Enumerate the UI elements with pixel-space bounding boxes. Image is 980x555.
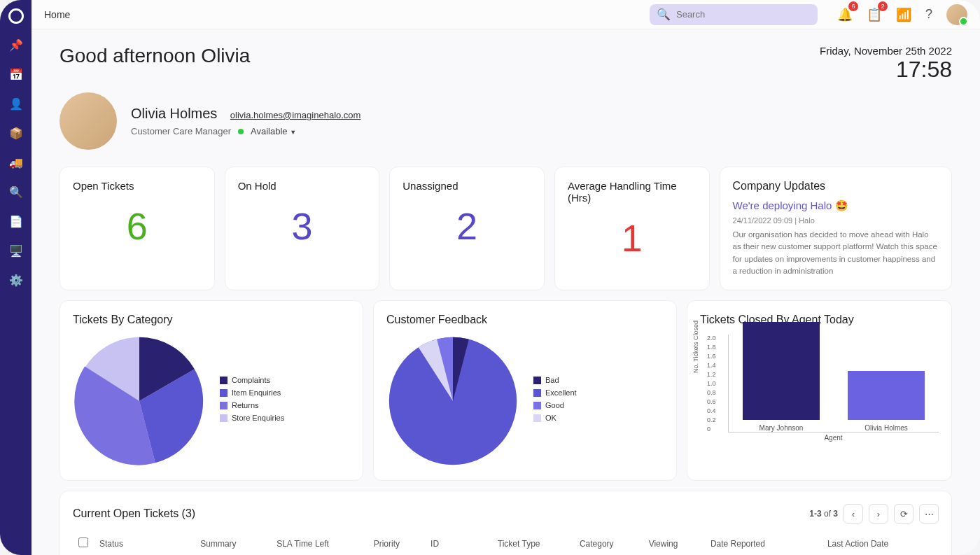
stat-open-tickets[interactable]: Open Tickets 6 [59, 167, 215, 290]
help-icon[interactable]: ? [925, 7, 932, 22]
main-area: Home 🔍 🔔6 📋2 📶 ? Good afternoon Olivia F… [31, 0, 980, 555]
profile-email[interactable]: olivia.holmes@imaginehalo.com [230, 110, 361, 120]
search-icon: 🔍 [657, 8, 671, 21]
logo-icon [8, 8, 24, 24]
page-title: Good afternoon Olivia [59, 45, 250, 67]
next-page-button[interactable]: › [869, 504, 888, 524]
stat-avg-handling[interactable]: Average Handling Time (Hrs) 1 [554, 167, 710, 290]
profile-name: Olivia Holmes [131, 106, 217, 122]
bar-mary [743, 322, 820, 420]
status-dot-icon [238, 129, 244, 134]
chart-customer-feedback: Customer Feedback Bad Excellent Good OK [373, 300, 677, 481]
gear-icon[interactable]: ⚙️ [8, 272, 24, 288]
tickets-card: Current Open Tickets (3) 1-3 of 3 ‹ › ⟳ … [59, 491, 952, 555]
chevron-down-icon: ▼ [290, 129, 296, 136]
legend-feedback: Bad Excellent Good OK [533, 376, 577, 426]
box-icon[interactable]: 📦 [8, 125, 24, 141]
updates-body: Our organisation has decided to move ahe… [733, 229, 939, 277]
prev-page-button[interactable]: ‹ [844, 504, 863, 524]
chart-tickets-closed: Tickets Closed By Agent Today No. Ticket… [687, 300, 952, 481]
sidebar: 📌 📅 👤 📦 🚚 🔍 📄 🖥️ ⚙️ [0, 0, 31, 555]
home-link[interactable]: Home [44, 9, 70, 20]
search-input[interactable] [676, 9, 811, 20]
current-date: Friday, November 25th 2022 [820, 45, 952, 57]
updates-title: Company Updates [733, 180, 939, 192]
rss-icon[interactable]: 📶 [896, 7, 911, 22]
refresh-button[interactable]: ⟳ [894, 504, 913, 524]
bell-icon[interactable]: 🔔6 [837, 7, 853, 22]
monitor-icon[interactable]: 🖥️ [8, 242, 24, 259]
content-scroll[interactable]: Good afternoon Olivia Friday, November 2… [31, 29, 980, 555]
avatar[interactable] [946, 4, 967, 25]
document-icon[interactable]: 📄 [8, 213, 24, 230]
y-ticks: 00.20.40.60.81.01.21.41.61.82.0 [707, 335, 716, 433]
pie-category [73, 335, 206, 468]
topbar: Home 🔍 🔔6 📋2 📶 ? [31, 0, 980, 29]
select-all-checkbox[interactable] [78, 538, 88, 547]
profile-photo [59, 92, 117, 150]
tickets-table: Status Summary SLA Time Left Priority ID… [73, 531, 939, 555]
user-icon[interactable]: 👤 [8, 95, 24, 112]
bell-badge: 6 [848, 1, 858, 11]
pie-feedback [386, 335, 519, 468]
updates-meta: 24/11/2022 09:09 | Halo [733, 216, 939, 225]
chart-tickets-by-category: Tickets By Category Complaints Item Enqu… [59, 300, 363, 481]
current-time: 17:58 [820, 57, 952, 83]
more-button[interactable]: ⋯ [919, 504, 939, 524]
profile-status[interactable]: Available ▼ [251, 126, 296, 136]
search-box[interactable]: 🔍 [650, 4, 818, 25]
clipboard-badge: 2 [878, 1, 888, 11]
calendar-icon[interactable]: 📅 [8, 66, 24, 83]
stat-unassigned[interactable]: Unassigned 2 [389, 167, 545, 290]
truck-icon[interactable]: 🚚 [8, 154, 24, 171]
pin-icon[interactable]: 📌 [8, 36, 24, 53]
search-icon[interactable]: 🔍 [8, 183, 24, 200]
bar-olivia [848, 371, 925, 420]
updates-headline[interactable]: We're deploying Halo 🤩 [733, 199, 939, 212]
profile-block: Olivia Holmes olivia.holmes@imaginehalo.… [59, 92, 952, 150]
stat-on-hold[interactable]: On Hold 3 [225, 167, 380, 290]
tickets-title: Current Open Tickets (3) [73, 507, 195, 520]
company-updates-card: Company Updates We're deploying Halo 🤩 2… [720, 167, 952, 290]
legend-category: Complaints Item Enquiries Returns Store … [220, 376, 284, 426]
profile-role: Customer Care Manager [131, 126, 231, 136]
clipboard-icon[interactable]: 📋2 [867, 7, 882, 22]
